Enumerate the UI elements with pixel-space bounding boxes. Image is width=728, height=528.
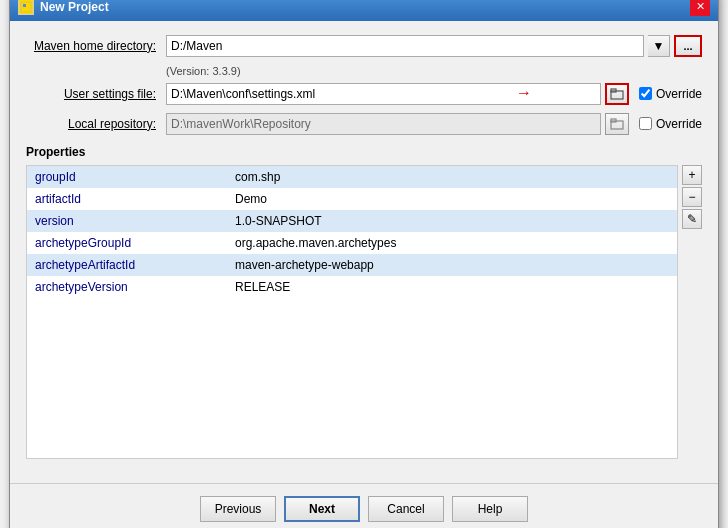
table-row: archetypeArtifactIdmaven-archetype-webap… — [27, 254, 677, 276]
prop-value: 1.0-SNAPSHOT — [227, 210, 677, 232]
maven-home-input[interactable] — [166, 35, 644, 57]
properties-title: Properties — [26, 145, 702, 159]
user-settings-override: Override — [639, 87, 702, 101]
table-row: version1.0-SNAPSHOT — [27, 210, 677, 232]
title-bar-left: New Project — [18, 0, 109, 15]
local-repo-override-checkbox[interactable] — [639, 117, 652, 130]
local-repo-override: Override — [639, 117, 702, 131]
user-settings-label: User settings file: — [26, 87, 166, 101]
user-settings-input[interactable] — [166, 83, 601, 105]
remove-property-btn[interactable]: − — [682, 187, 702, 207]
properties-empty-area — [27, 298, 677, 458]
prop-key: groupId — [27, 166, 227, 188]
prop-key: artifactId — [27, 188, 227, 210]
previous-button[interactable]: Previous — [200, 496, 276, 522]
window-title: New Project — [40, 0, 109, 14]
new-project-window: New Project ✕ Maven home directory: ▼ ..… — [9, 0, 719, 528]
svg-rect-1 — [23, 4, 26, 7]
local-repo-input — [166, 113, 601, 135]
maven-home-row: Maven home directory: ▼ ... — [26, 35, 702, 57]
prop-value: com.shp — [227, 166, 677, 188]
local-repo-row: Local repository: Override — [26, 113, 702, 135]
properties-wrapper: groupIdcom.shpartifactIdDemoversion1.0-S… — [26, 165, 702, 459]
add-property-btn[interactable]: + — [682, 165, 702, 185]
user-settings-label-text: User settings file: — [64, 87, 156, 101]
properties-container: groupIdcom.shpartifactIdDemoversion1.0-S… — [26, 165, 678, 459]
properties-table: groupIdcom.shpartifactIdDemoversion1.0-S… — [27, 166, 677, 298]
cancel-button[interactable]: Cancel — [368, 496, 444, 522]
local-repo-override-label: Override — [656, 117, 702, 131]
user-settings-row: User settings file: Override → — [26, 83, 702, 105]
table-row: archetypeGroupIdorg.apache.maven.archety… — [27, 232, 677, 254]
user-settings-override-label: Override — [656, 87, 702, 101]
edit-property-btn[interactable]: ✎ — [682, 209, 702, 229]
maven-home-label-text: Maven home directory: — [34, 39, 156, 53]
prop-key: archetypeVersion — [27, 276, 227, 298]
user-settings-browse-btn[interactable] — [605, 83, 629, 105]
table-row: groupIdcom.shp — [27, 166, 677, 188]
prop-value: RELEASE — [227, 276, 677, 298]
local-repo-field: Override — [166, 113, 702, 135]
close-button[interactable]: ✕ — [690, 0, 710, 16]
title-bar: New Project ✕ — [10, 0, 718, 21]
next-button[interactable]: Next — [284, 496, 360, 522]
table-row: archetypeVersionRELEASE — [27, 276, 677, 298]
prop-key: archetypeGroupId — [27, 232, 227, 254]
help-button[interactable]: Help — [452, 496, 528, 522]
local-repo-label-text: Local repository: — [68, 117, 156, 131]
maven-version-text: (Version: 3.3.9) — [166, 65, 702, 77]
content-area: Maven home directory: ▼ ... (Version: 3.… — [10, 21, 718, 473]
local-repo-label: Local repository: — [26, 117, 166, 131]
local-repo-browse-btn[interactable] — [605, 113, 629, 135]
user-settings-override-checkbox[interactable] — [639, 87, 652, 100]
maven-home-label: Maven home directory: — [26, 39, 166, 53]
maven-home-browse-btn[interactable]: ... — [674, 35, 702, 57]
prop-value: Demo — [227, 188, 677, 210]
prop-key: archetypeArtifactId — [27, 254, 227, 276]
prop-value: maven-archetype-webapp — [227, 254, 677, 276]
prop-key: version — [27, 210, 227, 232]
window-icon — [18, 0, 34, 15]
table-row: artifactIdDemo — [27, 188, 677, 210]
footer: Previous Next Cancel Help — [10, 483, 718, 529]
maven-home-field: ▼ ... — [166, 35, 702, 57]
user-settings-field: Override — [166, 83, 702, 105]
side-buttons: + − ✎ — [682, 165, 702, 459]
maven-home-dropdown-btn[interactable]: ▼ — [648, 35, 670, 57]
prop-value: org.apache.maven.archetypes — [227, 232, 677, 254]
